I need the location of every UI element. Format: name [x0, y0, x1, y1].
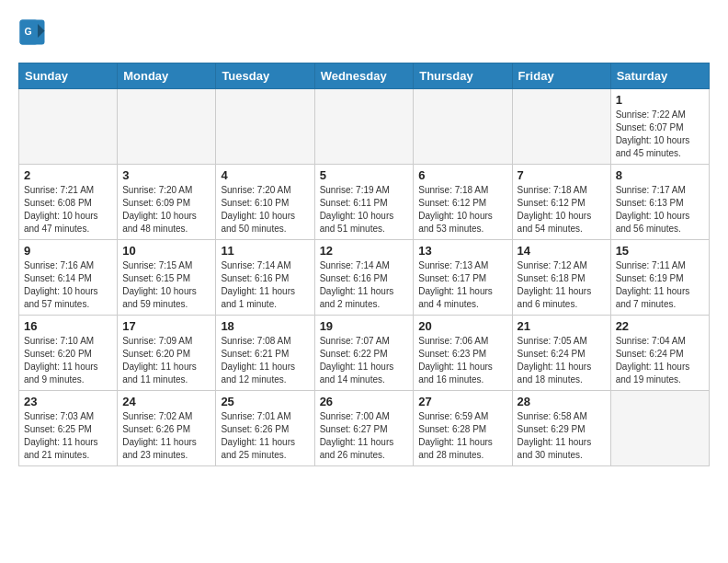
day-cell: 27Sunrise: 6:59 AM Sunset: 6:28 PM Dayli…	[414, 391, 512, 466]
day-number: 15	[616, 244, 704, 258]
day-cell: 24Sunrise: 7:02 AM Sunset: 6:26 PM Dayli…	[118, 391, 216, 466]
day-number: 1	[616, 93, 704, 107]
day-info: Sunrise: 7:14 AM Sunset: 6:16 PM Dayligh…	[320, 259, 409, 311]
day-info: Sunrise: 7:05 AM Sunset: 6:24 PM Dayligh…	[518, 335, 606, 386]
day-info: Sunrise: 7:14 AM Sunset: 6:16 PM Dayligh…	[221, 259, 309, 311]
weekday-header-wednesday: Wednesday	[314, 63, 414, 89]
day-info: Sunrise: 7:04 AM Sunset: 6:24 PM Dayligh…	[616, 335, 704, 386]
week-row-2: 2Sunrise: 7:21 AM Sunset: 6:08 PM Daylig…	[19, 165, 710, 240]
week-row-1: 1Sunrise: 7:22 AM Sunset: 6:07 PM Daylig…	[19, 89, 710, 165]
weekday-header-thursday: Thursday	[414, 63, 512, 89]
day-info: Sunrise: 7:19 AM Sunset: 6:11 PM Dayligh…	[320, 184, 409, 236]
day-number: 7	[518, 168, 606, 182]
day-info: Sunrise: 7:18 AM Sunset: 6:12 PM Dayligh…	[418, 184, 506, 236]
day-cell: 11Sunrise: 7:14 AM Sunset: 6:16 PM Dayli…	[216, 240, 314, 316]
weekday-header-sunday: Sunday	[19, 63, 118, 89]
calendar: SundayMondayTuesdayWednesdayThursdayFrid…	[18, 63, 710, 466]
day-info: Sunrise: 7:13 AM Sunset: 6:17 PM Dayligh…	[418, 259, 506, 311]
day-cell: 22Sunrise: 7:04 AM Sunset: 6:24 PM Dayli…	[610, 316, 709, 391]
day-cell: 12Sunrise: 7:14 AM Sunset: 6:16 PM Dayli…	[314, 240, 414, 316]
logo: G	[18, 18, 50, 46]
day-info: Sunrise: 7:15 AM Sunset: 6:15 PM Dayligh…	[122, 259, 210, 311]
day-cell	[216, 89, 314, 165]
weekday-header-monday: Monday	[118, 63, 216, 89]
day-cell: 5Sunrise: 7:19 AM Sunset: 6:11 PM Daylig…	[314, 165, 414, 240]
day-cell: 14Sunrise: 7:12 AM Sunset: 6:18 PM Dayli…	[512, 240, 610, 316]
weekday-header-friday: Friday	[512, 63, 610, 89]
day-info: Sunrise: 7:12 AM Sunset: 6:18 PM Dayligh…	[518, 259, 606, 311]
day-cell	[414, 89, 512, 165]
day-cell: 10Sunrise: 7:15 AM Sunset: 6:15 PM Dayli…	[118, 240, 216, 316]
day-cell: 7Sunrise: 7:18 AM Sunset: 6:12 PM Daylig…	[512, 165, 610, 240]
logo-icon: G	[18, 18, 46, 46]
day-cell: 1Sunrise: 7:22 AM Sunset: 6:07 PM Daylig…	[610, 89, 709, 165]
day-number: 24	[122, 395, 210, 408]
day-cell: 25Sunrise: 7:01 AM Sunset: 6:26 PM Dayli…	[216, 391, 314, 466]
day-info: Sunrise: 7:08 AM Sunset: 6:21 PM Dayligh…	[221, 335, 309, 386]
weekday-header-row: SundayMondayTuesdayWednesdayThursdayFrid…	[19, 63, 710, 89]
day-info: Sunrise: 6:58 AM Sunset: 6:29 PM Dayligh…	[518, 410, 606, 462]
day-info: Sunrise: 7:11 AM Sunset: 6:19 PM Dayligh…	[616, 259, 704, 311]
day-cell	[314, 89, 414, 165]
day-cell: 9Sunrise: 7:16 AM Sunset: 6:14 PM Daylig…	[19, 240, 118, 316]
day-info: Sunrise: 7:10 AM Sunset: 6:20 PM Dayligh…	[24, 335, 112, 386]
day-cell: 17Sunrise: 7:09 AM Sunset: 6:20 PM Dayli…	[118, 316, 216, 391]
day-info: Sunrise: 7:06 AM Sunset: 6:23 PM Dayligh…	[418, 335, 506, 386]
day-info: Sunrise: 7:01 AM Sunset: 6:26 PM Dayligh…	[221, 410, 309, 462]
day-info: Sunrise: 7:02 AM Sunset: 6:26 PM Dayligh…	[122, 410, 210, 462]
day-cell: 6Sunrise: 7:18 AM Sunset: 6:12 PM Daylig…	[414, 165, 512, 240]
weekday-header-saturday: Saturday	[610, 63, 709, 89]
day-number: 10	[122, 244, 210, 258]
day-number: 20	[418, 319, 506, 333]
day-number: 21	[518, 319, 606, 333]
day-number: 8	[616, 168, 704, 182]
day-cell: 18Sunrise: 7:08 AM Sunset: 6:21 PM Dayli…	[216, 316, 314, 391]
day-info: Sunrise: 7:20 AM Sunset: 6:09 PM Dayligh…	[122, 184, 210, 236]
day-number: 9	[24, 244, 112, 258]
day-number: 3	[122, 168, 210, 182]
day-number: 5	[320, 168, 409, 182]
day-info: Sunrise: 7:18 AM Sunset: 6:12 PM Dayligh…	[518, 184, 606, 236]
day-number: 4	[221, 168, 309, 182]
day-info: Sunrise: 7:21 AM Sunset: 6:08 PM Dayligh…	[24, 184, 112, 236]
day-number: 16	[24, 319, 112, 333]
day-number: 14	[518, 244, 606, 258]
day-number: 28	[518, 395, 606, 408]
day-info: Sunrise: 7:16 AM Sunset: 6:14 PM Dayligh…	[24, 259, 112, 311]
day-cell: 20Sunrise: 7:06 AM Sunset: 6:23 PM Dayli…	[414, 316, 512, 391]
day-number: 19	[320, 319, 409, 333]
week-row-5: 23Sunrise: 7:03 AM Sunset: 6:25 PM Dayli…	[19, 391, 710, 466]
day-info: Sunrise: 6:59 AM Sunset: 6:28 PM Dayligh…	[418, 410, 506, 462]
day-info: Sunrise: 7:22 AM Sunset: 6:07 PM Dayligh…	[616, 109, 704, 160]
week-row-4: 16Sunrise: 7:10 AM Sunset: 6:20 PM Dayli…	[19, 316, 710, 391]
day-number: 13	[418, 244, 506, 258]
day-number: 12	[320, 244, 409, 258]
day-number: 25	[221, 395, 309, 408]
day-cell: 3Sunrise: 7:20 AM Sunset: 6:09 PM Daylig…	[118, 165, 216, 240]
day-number: 2	[24, 168, 112, 182]
day-cell	[118, 89, 216, 165]
day-cell	[19, 89, 118, 165]
day-cell: 8Sunrise: 7:17 AM Sunset: 6:13 PM Daylig…	[610, 165, 709, 240]
day-number: 22	[616, 319, 704, 333]
day-number: 18	[221, 319, 309, 333]
day-number: 26	[320, 395, 409, 408]
day-info: Sunrise: 7:00 AM Sunset: 6:27 PM Dayligh…	[320, 410, 409, 462]
day-cell	[610, 391, 709, 466]
day-info: Sunrise: 7:07 AM Sunset: 6:22 PM Dayligh…	[320, 335, 409, 386]
day-info: Sunrise: 7:03 AM Sunset: 6:25 PM Dayligh…	[24, 410, 112, 462]
day-cell: 23Sunrise: 7:03 AM Sunset: 6:25 PM Dayli…	[19, 391, 118, 466]
day-cell: 15Sunrise: 7:11 AM Sunset: 6:19 PM Dayli…	[610, 240, 709, 316]
week-row-3: 9Sunrise: 7:16 AM Sunset: 6:14 PM Daylig…	[19, 240, 710, 316]
day-number: 11	[221, 244, 309, 258]
day-number: 17	[122, 319, 210, 333]
day-number: 6	[418, 168, 506, 182]
day-number: 23	[24, 395, 112, 408]
day-info: Sunrise: 7:20 AM Sunset: 6:10 PM Dayligh…	[221, 184, 309, 236]
weekday-header-tuesday: Tuesday	[216, 63, 314, 89]
day-cell: 16Sunrise: 7:10 AM Sunset: 6:20 PM Dayli…	[19, 316, 118, 391]
day-cell: 26Sunrise: 7:00 AM Sunset: 6:27 PM Dayli…	[314, 391, 414, 466]
day-info: Sunrise: 7:09 AM Sunset: 6:20 PM Dayligh…	[122, 335, 210, 386]
day-cell: 21Sunrise: 7:05 AM Sunset: 6:24 PM Dayli…	[512, 316, 610, 391]
day-cell: 4Sunrise: 7:20 AM Sunset: 6:10 PM Daylig…	[216, 165, 314, 240]
